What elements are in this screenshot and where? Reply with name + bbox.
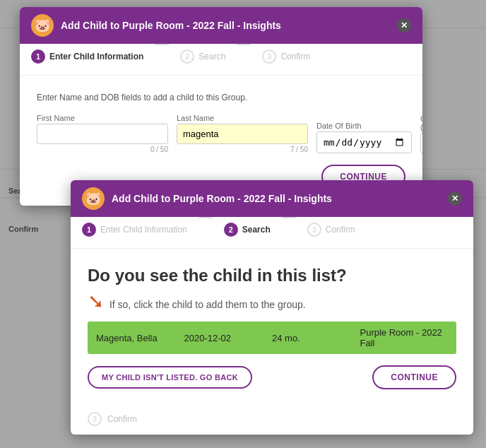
modal2-step-3-label: Confirm xyxy=(326,225,355,235)
modal-1-steps: 1 Enter Child Information 2 Search 3 Con… xyxy=(20,44,422,69)
last-name-group: Last Name 7 / 50 xyxy=(177,114,308,153)
result-dob: 2020-12-02 xyxy=(184,333,273,343)
confirm-circle-bottom: 3 xyxy=(88,412,102,426)
modal-2-header: 🐷 Add Child to Purple Room - 2022 Fall -… xyxy=(71,180,473,217)
dob-input[interactable] xyxy=(316,131,412,153)
last-name-count: 7 / 50 xyxy=(177,146,308,153)
step-1-circle: 1 xyxy=(31,49,45,64)
modal-1-avatar: 🐷 xyxy=(31,14,54,37)
step-3-confirm: 3 Confirm xyxy=(251,44,321,69)
modal2-step-connector-1 xyxy=(198,217,213,218)
first-name-count: 0 / 50 xyxy=(37,146,168,153)
search-result-row[interactable]: Magenta, Bella 2020-12-02 24 mo. Purple … xyxy=(88,322,456,354)
modal-2-avatar: 🐷 xyxy=(82,187,105,210)
first-name-group: First Name 0 / 50 xyxy=(37,114,168,153)
modal-1-divider xyxy=(20,75,422,76)
first-name-label: First Name xyxy=(37,114,168,122)
go-back-button[interactable]: MY CHILD ISN'T LISTED. GO BACK xyxy=(88,366,252,389)
form-fields-row: First Name 0 / 50 Last Name 7 / 50 Date … xyxy=(37,114,405,153)
result-group: Purple Room - 2022 Fall xyxy=(360,327,449,348)
modal2-step-1-label: Enter Child Information xyxy=(100,225,187,235)
confirm-label-bottom: Confirm xyxy=(107,414,137,424)
modal-2-continue-button[interactable]: CONTINUE xyxy=(372,365,456,389)
first-name-input[interactable] xyxy=(37,124,168,144)
search-instruction: ➘ If so, click the child to add them to … xyxy=(88,290,456,313)
step-connector-1 xyxy=(155,44,169,45)
modal-1-title: Add Child to Purple Room - 2022 Fall - I… xyxy=(61,20,390,31)
modal2-step-1-enter-info: 1 Enter Child Information xyxy=(71,217,198,242)
arrow-icon: ➘ xyxy=(88,290,104,313)
step-3-circle: 3 xyxy=(262,49,276,64)
last-name-input[interactable] xyxy=(177,124,308,144)
age-input[interactable] xyxy=(420,133,422,153)
modal-1-header: 🐷 Add Child to Purple Room - 2022 Fall -… xyxy=(20,7,422,44)
modal2-step-1-circle: 1 xyxy=(82,223,96,237)
modal-search: 🐷 Add Child to Purple Room - 2022 Fall -… xyxy=(71,180,473,435)
form-hint: Enter Name and DOB fields to add a child… xyxy=(37,93,405,102)
step-connector-2 xyxy=(237,44,251,45)
modal-2-close-button[interactable]: ✕ xyxy=(448,191,462,206)
modal-2-btn-row: MY CHILD ISN'T LISTED. GO BACK CONTINUE xyxy=(88,365,456,395)
modal2-step-3-confirm: 3 Confirm xyxy=(296,217,367,242)
modal2-step-3-circle: 3 xyxy=(307,223,321,237)
dob-label: Date Of Birth xyxy=(316,122,412,130)
step-2-circle: 2 xyxy=(180,49,194,64)
dob-group: Date Of Birth xyxy=(316,122,412,153)
modal-1-close-button[interactable]: ✕ xyxy=(397,18,411,33)
step-2-search: 2 Search xyxy=(169,44,237,69)
age-group: Calculated Age (in mo.) xyxy=(420,114,422,153)
last-name-label: Last Name xyxy=(177,114,308,122)
search-question: Do you see the child in this list? xyxy=(88,266,456,285)
step-2-label: Search xyxy=(198,52,225,61)
modal2-step-2-search: 2 Search xyxy=(213,217,282,242)
modal-2-steps: 1 Enter Child Information 2 Search 3 Con… xyxy=(71,217,473,242)
modal-2-body: Do you see the child in this list? ➘ If … xyxy=(71,254,473,406)
result-age: 24 mo. xyxy=(272,333,360,343)
age-label: Calculated Age (in mo.) xyxy=(420,114,422,131)
modal-2-title: Add Child to Purple Room - 2022 Fall - I… xyxy=(112,193,441,204)
modal-2-confirm-step: 3 Confirm xyxy=(71,406,473,435)
step-3-label: Confirm xyxy=(280,52,310,61)
step-1-label: Enter Child Information xyxy=(49,52,143,61)
modal-2-divider xyxy=(71,248,473,249)
modal2-step-2-label: Search xyxy=(242,225,271,235)
modal2-step-connector-2 xyxy=(282,217,296,218)
step-1-enter-info: 1 Enter Child Information xyxy=(20,44,155,69)
result-name: Magenta, Bella xyxy=(96,333,184,343)
modal-enter-child-info: 🐷 Add Child to Purple Room - 2022 Fall -… xyxy=(20,7,422,206)
modal2-step-2-circle: 2 xyxy=(224,223,238,237)
